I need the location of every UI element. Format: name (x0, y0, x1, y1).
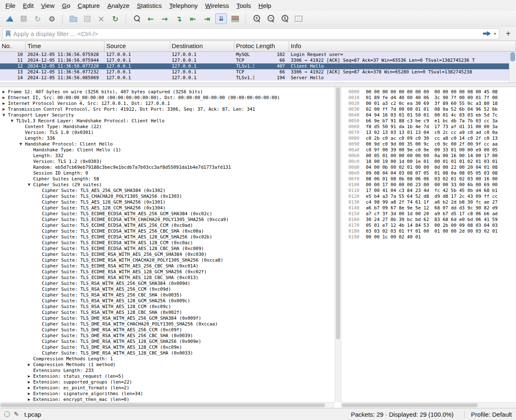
tree-row[interactable]: Cipher Suite: TLS_RSA_WITH_AES_256_CBC_S… (0, 292, 335, 298)
find-packet-icon[interactable] (131, 13, 142, 24)
save-file-icon[interactable] (81, 13, 93, 24)
tree-row[interactable]: Cipher Suite: TLS_ECDHE_ECDSA_WITH_AES_1… (0, 240, 335, 246)
tree-row[interactable]: Cipher Suite: TLS_AES_128_GCM_SHA256 (0x… (0, 199, 335, 205)
hex-row[interactable]: 00f008 06 01 08 0b 08 06 0603 02 01 02 0… (348, 176, 516, 182)
scrollbar-thumb[interactable] (342, 403, 478, 407)
hex-bytes-right[interactable]: 00 01 4c 03 03 eb 5d 7c (434, 112, 497, 118)
scrollbar-thumb[interactable] (510, 52, 515, 61)
tree-row[interactable]: Cipher Suite: TLS_ECDHE_ECDSA_WITH_AES_2… (0, 211, 335, 217)
scrollbar-thumb[interactable] (0, 403, 325, 407)
tree-row[interactable]: TLSv1.3 Record Layer: Handshake Protocol… (0, 118, 335, 124)
colorize-icon[interactable] (229, 13, 241, 24)
hex-bytes-right[interactable]: 00 01 01 01 02 01 03 01 (434, 159, 497, 165)
expander-icon[interactable] (28, 397, 33, 402)
hex-bytes-left[interactable]: b6 9e b7 91 88 c3 be c9 (366, 118, 429, 124)
tree-row[interactable]: Handshake Protocol: Client Hello (0, 141, 335, 147)
hex-bytes-right[interactable]: d9 d8 17 2c 43 09 ff cc (434, 194, 497, 199)
go-forward-icon[interactable] (159, 13, 170, 24)
hex-bytes-right[interactable]: 00 33 01 00 00 e9 00 05 (434, 147, 497, 153)
add-filter-button[interactable]: + (503, 29, 514, 39)
hex-row[interactable]: 0080c0 2b c0 ac c0 09 c0 30cc a8 c0 14 c… (348, 136, 516, 141)
tree-row[interactable]: Version: TLS 1.0 (0x0301) (0, 130, 335, 136)
tree-row[interactable]: Session ID Length: 0 (0, 170, 335, 176)
go-to-packet-icon[interactable] (173, 13, 185, 24)
tree-row[interactable]: Cipher Suite: TLS_AES_128_CCM_SHA256 (0x… (0, 205, 335, 211)
hex-bytes-left[interactable]: 00 05 01 00 00 00 00 00 (366, 153, 429, 159)
zoom-reset-icon[interactable] (279, 13, 290, 24)
hex-bytes-left[interactable]: 17 00 41 04 c3 84 23 4d (366, 188, 429, 194)
column-header[interactable]: Length (254, 41, 289, 51)
tree-row[interactable]: Cipher Suite: TLS_ECDHE_RSA_WITH_CHACHA2… (0, 257, 335, 263)
expander-icon[interactable] (2, 89, 8, 95)
tree-row[interactable]: Length: 336 (0, 136, 335, 141)
menu-item[interactable]: Statistics (133, 1, 166, 10)
hex-bytes-left[interactable]: 00 9d c0 9d 00 35 00 9c (366, 141, 429, 147)
hex-bytes-right[interactable]: 00 2b 00 09 08 03 04 03 (434, 223, 497, 228)
hex-row[interactable]: 000000 00 00 00 00 00 00 0000 00 00 00 0… (348, 89, 516, 95)
hex-row[interactable]: 002000 01 a3 c2 0c ea 30 693f 89 60 55 0… (348, 101, 516, 107)
hex-row[interactable]: 0140a6 b7 09 67 8e 9e 5e 1268 07 dd d3 9… (348, 205, 516, 211)
hex-bytes-left[interactable]: a7 cf 3f 3d 00 1d 00 20 (366, 211, 429, 217)
hex-row[interactable]: 0150a7 cf 3f 3d 00 1d 00 20a9 b7 d5 17 c… (348, 211, 516, 217)
hex-bytes-right[interactable]: 83 68 6d e0 bd 06 41 59 (434, 217, 497, 223)
tree-row[interactable]: Cipher Suite: TLS_ECDHE_RSA_WITH_AES_256… (0, 263, 335, 269)
tree-row[interactable]: Cipher Suite: TLS_CHACHA20_POLY1305_SHA2… (0, 194, 335, 199)
tree-row[interactable]: Cipher Suite: TLS_DHE_RSA_WITH_AES_128_G… (0, 339, 335, 345)
expander-icon[interactable] (28, 182, 33, 188)
hex-bytes-right[interactable]: 3f 89 60 55 0c a3 80 18 (434, 101, 497, 107)
tree-row[interactable]: Compression Methods (1 method) (0, 362, 335, 368)
hex-bytes-left[interactable]: 03 03 02 03 01 ff 01 00 (366, 228, 429, 234)
tree-row[interactable]: Version: TLS 1.2 (0x0303) (0, 159, 335, 165)
hex-bytes-left[interactable]: 08 06 01 08 0b 08 06 06 (366, 176, 429, 182)
menu-item[interactable]: Analyze (104, 1, 133, 10)
tree-row[interactable]: Transport Layer Security (0, 112, 335, 118)
capture-comment-icon[interactable] (14, 410, 19, 418)
hex-bytes-right[interactable]: 03 02 01 02 03 00 16 00 (434, 176, 497, 182)
expander-icon[interactable] (2, 95, 8, 101)
tree-row[interactable]: Cipher Suite: TLS_ECDHE_ECDSA_WITH_AES_2… (0, 223, 335, 228)
hex-bytes-left[interactable]: 13 02 13 03 13 01 13 04 (366, 130, 429, 136)
first-packet-icon[interactable] (187, 13, 199, 24)
hex-row[interactable]: 00a0c0 9f 00 39 00 9e c0 9e00 33 01 00 0… (348, 147, 516, 153)
menu-item[interactable]: View (37, 1, 58, 10)
resize-columns-icon[interactable] (293, 13, 304, 24)
hex-bytes-left[interactable]: 00 00 17 00 00 00 23 00 (366, 182, 429, 188)
hex-row[interactable]: 010000 00 17 00 00 00 23 0000 00 33 00 6… (348, 182, 516, 188)
column-header[interactable]: Time (26, 41, 105, 51)
hex-bytes-left[interactable]: 30 24 27 0b 39 bc bd 62 (366, 217, 429, 223)
hex-row[interactable]: 0130c4 98 99 a8 2f 74 61 1fa6 b2 2d b8 3… (348, 199, 516, 205)
hex-row[interactable]: 0120e5 b4 a3 7a 55 64 52 d8d9 d8 17 2c 4… (348, 194, 516, 199)
column-header[interactable]: Source (105, 41, 170, 51)
hex-bytes-left[interactable]: c0 2b c0 ac c0 09 c0 30 (366, 136, 429, 141)
tree-row[interactable]: Cipher Suite: TLS_DHE_RSA_WITH_AES_256_C… (0, 327, 335, 333)
zoom-in-icon[interactable] (251, 13, 262, 24)
hex-row[interactable]: 00e009 08 04 04 03 08 07 0501 08 0a 08 0… (348, 170, 516, 176)
hex-bytes-left[interactable]: 00 01 a3 c2 0c ea 30 69 (366, 101, 429, 107)
go-back-icon[interactable] (145, 13, 156, 24)
packet-row[interactable]: 13 2024-12-05 11:36:56.077232 127.0.0.1 … (0, 69, 509, 75)
expander-icon[interactable] (28, 374, 33, 379)
hex-bytes-right[interactable]: 0a 00 16 00 14 00 17 00 (434, 153, 497, 159)
expander-icon[interactable] (28, 379, 33, 385)
filter-bookmark-icon[interactable] (6, 30, 10, 37)
hex-bytes-right[interactable]: c0 2c cc a9 c0 ad c0 0a (434, 130, 497, 136)
hex-row[interactable]: 003002 00 ff 7d 00 00 01 0108 0a 52 6b 0… (348, 107, 516, 112)
tree-row[interactable]: Cipher Suite: TLS_ECDHE_ECDSA_WITH_CHACH… (0, 217, 335, 223)
tree-row[interactable]: Cipher Suite: TLS_RSA_WITH_AES_128_CBC_S… (0, 310, 335, 316)
tree-row[interactable]: Cipher Suite: TLS_ECDHE_ECDSA_WITH_AES_2… (0, 228, 335, 234)
tree-row[interactable]: Extension: ec_point_formats (len=2) (0, 385, 335, 391)
column-header[interactable]: Protocol (234, 41, 254, 51)
tree-row[interactable]: Cipher Suite: TLS_ECDHE_RSA_WITH_AES_128… (0, 275, 335, 281)
hex-bytes-left[interactable]: 18 00 19 00 1d 00 1e 01 (366, 159, 429, 165)
tree-row[interactable]: Cipher Suites Length: 58 (0, 176, 335, 182)
packet-row[interactable]: 10 2024-12-05 11:36:56.075928 127.0.0.1 … (0, 52, 509, 58)
details-vertical-scrollbar[interactable] (335, 87, 341, 402)
hex-row[interactable]: 007013 02 13 03 13 01 13 04c0 2c cc a9 c… (348, 130, 516, 136)
pane-splitter[interactable] (0, 83, 516, 87)
hex-row[interactable]: 016030 24 27 0b 39 bc bd 6283 68 6d e0 b… (348, 217, 516, 223)
filter-dropdown-caret-icon[interactable] (494, 31, 496, 36)
hex-row[interactable]: 019000 00 1c 00 02 40 01 (348, 234, 516, 240)
hex-bytes-right[interactable]: fc 42 5b 45 0b d4 68 b1 (434, 188, 497, 194)
column-header[interactable]: Destination (170, 41, 234, 51)
tree-row[interactable]: Cipher Suite: TLS_DHE_RSA_WITH_AES_256_C… (0, 333, 335, 339)
